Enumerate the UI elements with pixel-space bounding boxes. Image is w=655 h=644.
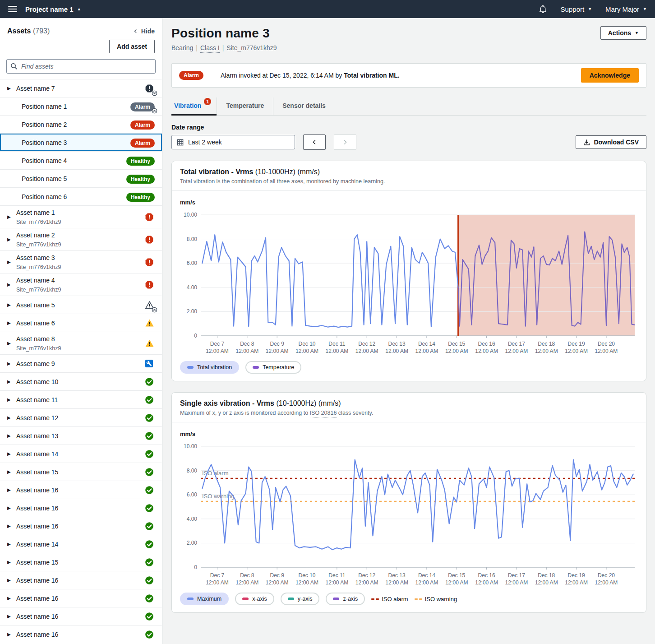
expand-caret-icon[interactable]: ▶ <box>7 433 16 438</box>
expand-caret-icon[interactable]: ▶ <box>7 578 16 583</box>
maximum-line <box>202 460 633 550</box>
previous-range-button[interactable] <box>303 134 326 150</box>
healthy-check-icon <box>145 558 154 567</box>
asset-label: Position name 2 <box>22 120 130 129</box>
status-badge: Alarm <box>130 139 155 147</box>
asset-label: Asset name 16 <box>16 576 145 585</box>
expand-caret-icon[interactable]: ▶ <box>7 237 16 242</box>
expand-caret-icon[interactable]: ▶ <box>7 596 16 601</box>
sidebar-item-asset-name-9[interactable]: ▶Asset name 9 <box>0 354 162 372</box>
expand-caret-icon[interactable]: ▶ <box>7 397 16 402</box>
expand-caret-icon[interactable]: ▶ <box>7 487 16 492</box>
sidebar-item-position-name-2[interactable]: Position name 2Alarm <box>0 115 162 133</box>
sidebar-item-asset-name-16[interactable]: ▶Asset name 16 <box>0 607 162 625</box>
expand-caret-icon[interactable]: ▶ <box>7 282 16 287</box>
sidebar-item-asset-name-8[interactable]: ▶Asset name 8Site_m776v1khz9 <box>0 332 162 354</box>
sidebar-item-asset-name-14[interactable]: ▶Asset name 14 <box>0 445 162 463</box>
expand-caret-icon[interactable]: ▶ <box>7 361 16 366</box>
sidebar-item-asset-name-5[interactable]: ▶Asset name 5 <box>0 296 162 314</box>
expand-caret-icon[interactable]: ▶ <box>7 341 16 346</box>
asset-label: Asset name 2Site_m776v1khz9 <box>16 231 145 249</box>
asset-list[interactable]: ▶Asset name 7Position name 1AlarmPositio… <box>0 79 162 643</box>
expand-caret-icon[interactable]: ▶ <box>7 524 16 528</box>
sidebar-item-position-name-3[interactable]: Position name 3Alarm <box>0 133 162 151</box>
sidebar-item-asset-name-12[interactable]: ▶Asset name 12 <box>0 408 162 426</box>
tab-vibration[interactable]: Vibration 1 <box>171 97 217 115</box>
expand-caret-icon[interactable]: ▶ <box>7 86 16 91</box>
expand-caret-icon[interactable]: ▶ <box>7 542 16 547</box>
x-tick-time: 12:00 AM <box>535 579 558 586</box>
sidebar-item-asset-name-3[interactable]: ▶Asset name 3Site_m776v1khz9 <box>0 250 162 273</box>
support-menu[interactable]: Support ▼ <box>561 5 592 13</box>
expand-caret-icon[interactable]: ▶ <box>7 614 16 619</box>
expand-caret-icon[interactable]: ▶ <box>7 560 16 565</box>
muted-icon <box>152 307 157 313</box>
hamburger-menu-icon[interactable] <box>8 6 17 12</box>
hide-panel-button[interactable]: Hide <box>133 28 155 35</box>
acknowledge-button[interactable]: Acknowledge <box>581 68 639 83</box>
sidebar-item-asset-name-15[interactable]: ▶Asset name 15 <box>0 553 162 571</box>
sidebar-item-asset-name-2[interactable]: ▶Asset name 2Site_m776v1khz9 <box>0 228 162 250</box>
sidebar-item-position-name-6[interactable]: Position name 6Healthy <box>0 187 162 205</box>
healthy-check-icon <box>145 449 154 459</box>
alarm-octagon-icon <box>145 258 154 267</box>
sidebar-item-asset-name-16[interactable]: ▶Asset name 16 <box>0 481 162 499</box>
x-tick-time: 12:00 AM <box>295 579 318 586</box>
iso-20816-link[interactable]: ISO 20816 <box>310 410 337 417</box>
sidebar-item-asset-name-14[interactable]: ▶Asset name 14 <box>0 535 162 553</box>
single-axis-vibration-chart-plot[interactable]: 10.008.006.004.002.000Dec 712:00 AMDec 8… <box>178 442 638 592</box>
total-vibration-chart-plot[interactable]: 10.008.006.004.002.000Dec 712:00 AMDec 8… <box>178 210 638 360</box>
expand-caret-icon[interactable]: ▶ <box>7 379 16 384</box>
next-range-button[interactable] <box>334 134 356 150</box>
search-input[interactable] <box>6 59 156 74</box>
status-badge: Healthy <box>126 157 155 165</box>
sidebar-item-asset-name-16[interactable]: ▶Asset name 16 <box>0 625 162 643</box>
breadcrumb-class-link[interactable]: Class I <box>200 44 220 53</box>
legend-pill-total-vibration[interactable]: Total vibration <box>180 361 239 374</box>
x-tick-date: Dec 7 <box>210 341 225 347</box>
sidebar-item-asset-name-6[interactable]: ▶Asset name 6 <box>0 314 162 332</box>
sidebar-item-asset-name-4[interactable]: ▶Asset name 4Site_m776v1khz9 <box>0 273 162 296</box>
breadcrumb: Bearing|Class I|Site_m776v1khz9 <box>171 44 277 51</box>
expand-caret-icon[interactable]: ▶ <box>7 259 16 264</box>
sidebar-item-asset-name-7[interactable]: ▶Asset name 7 <box>0 79 162 97</box>
sidebar-item-asset-name-16[interactable]: ▶Asset name 16 <box>0 571 162 589</box>
legend-pill-temperature[interactable]: Temperature <box>245 361 301 374</box>
legend-pill-z-axis[interactable]: z-axis <box>326 593 365 605</box>
expand-caret-icon[interactable]: ▶ <box>7 469 16 474</box>
tab-temperature[interactable]: Temperature <box>217 97 273 115</box>
notifications-bell-icon[interactable] <box>539 5 547 14</box>
expand-caret-icon[interactable]: ▶ <box>7 632 16 637</box>
sidebar-item-asset-name-10[interactable]: ▶Asset name 10 <box>0 372 162 390</box>
sidebar-item-position-name-5[interactable]: Position name 5Healthy <box>0 169 162 187</box>
sidebar-item-asset-name-16[interactable]: ▶Asset name 16 <box>0 589 162 607</box>
expand-caret-icon[interactable]: ▶ <box>7 214 16 219</box>
sidebar-item-asset-name-1[interactable]: ▶Asset name 1Site_m776v1khz9 <box>0 205 162 228</box>
legend-pill-x-axis[interactable]: x-axis <box>235 593 274 605</box>
status-icon <box>145 540 155 549</box>
sidebar-item-asset-name-13[interactable]: ▶Asset name 13 <box>0 426 162 445</box>
tab-sensor-details[interactable]: Sensor details <box>273 97 335 115</box>
sidebar-item-asset-name-16[interactable]: ▶Asset name 16 <box>0 499 162 517</box>
sidebar-item-asset-name-11[interactable]: ▶Asset name 11 <box>0 390 162 408</box>
download-csv-button[interactable]: Download CSV <box>576 135 646 149</box>
sidebar-item-asset-name-15[interactable]: ▶Asset name 15 <box>0 463 162 481</box>
legend-pill-y-axis[interactable]: y-axis <box>281 593 320 605</box>
legend-pill-maximum[interactable]: Maximum <box>180 593 229 605</box>
actions-button[interactable]: Actions ▼ <box>600 26 646 40</box>
sidebar-item-asset-name-16[interactable]: ▶Asset name 16 <box>0 517 162 535</box>
sidebar-item-position-name-4[interactable]: Position name 4Healthy <box>0 151 162 169</box>
expand-caret-icon[interactable]: ▶ <box>7 415 16 420</box>
add-asset-button[interactable]: Add asset <box>109 40 155 53</box>
sidebar-item-position-name-1[interactable]: Position name 1Alarm <box>0 97 162 115</box>
expand-caret-icon[interactable]: ▶ <box>7 505 16 510</box>
calendar-grid-icon <box>177 139 184 146</box>
expand-caret-icon[interactable]: ▶ <box>7 302 16 307</box>
x-tick-date: Dec 11 <box>328 341 345 347</box>
user-menu[interactable]: Mary Major ▼ <box>605 5 647 13</box>
expand-caret-icon[interactable]: ▶ <box>7 320 16 325</box>
date-range-select[interactable]: Last 2 week <box>171 135 295 149</box>
project-selector[interactable]: Project name 1 ▲ <box>25 5 81 13</box>
expand-caret-icon[interactable]: ▶ <box>7 451 16 456</box>
status-icon <box>145 235 155 244</box>
